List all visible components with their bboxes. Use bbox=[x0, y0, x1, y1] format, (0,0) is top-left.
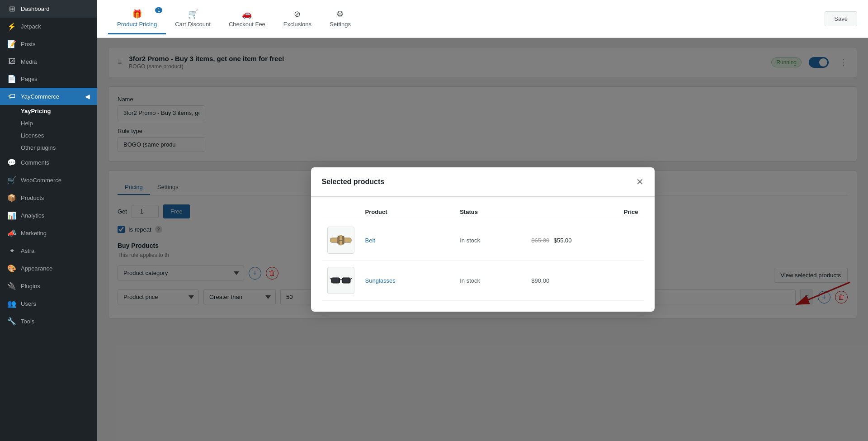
modal-header: Selected products ✕ bbox=[311, 167, 655, 197]
product-name-link[interactable]: Sunglasses bbox=[365, 277, 396, 284]
sidebar-item-woocommerce[interactable]: 🛒 WooCommerce bbox=[0, 171, 97, 189]
table-row: Belt In stock $65.00 $55.00 bbox=[322, 220, 644, 261]
marketing-icon: 📣 bbox=[7, 229, 16, 237]
product-name-cell: Belt bbox=[360, 220, 455, 261]
chevron-icon: ◀ bbox=[85, 93, 90, 100]
posts-icon: 📝 bbox=[7, 40, 16, 48]
product-status-cell: In stock bbox=[454, 220, 526, 261]
media-icon: 🖼 bbox=[7, 57, 16, 66]
product-status-cell: In stock bbox=[454, 261, 526, 301]
dashboard-icon: ⊞ bbox=[7, 5, 16, 13]
sidebar-item-yaycommerce[interactable]: 🏷 YayCommerce ◀ bbox=[0, 88, 97, 105]
tab-exclusions[interactable]: ⊘ Exclusions bbox=[274, 4, 321, 34]
sidebar-item-products[interactable]: 📦 Products bbox=[0, 189, 97, 207]
astra-icon: ✦ bbox=[7, 247, 16, 255]
product-name-link[interactable]: Belt bbox=[365, 237, 375, 244]
sidebar-sub-item-yaypricing[interactable]: YayPricing bbox=[0, 105, 97, 117]
sidebar-item-tools[interactable]: 🔧 Tools bbox=[0, 313, 97, 330]
settings-icon: ⚙ bbox=[336, 9, 344, 19]
col-product: Product bbox=[360, 204, 455, 220]
selected-products-modal: Selected products ✕ Product Status Price bbox=[311, 167, 655, 312]
sidebar-item-appearance[interactable]: 🎨 Appearance bbox=[0, 260, 97, 277]
product-pricing-icon: 🎁 bbox=[132, 9, 142, 19]
tabs-bar: 🎁 Product Pricing 1 🛒 Cart Discount 🚗 Ch… bbox=[97, 0, 868, 38]
jetpack-icon: ⚡ bbox=[7, 22, 16, 31]
sidebar-item-dashboard[interactable]: ⊞ Dashboard bbox=[0, 0, 97, 18]
modal-body: Product Status Price bbox=[311, 197, 655, 312]
col-price: Price bbox=[526, 204, 643, 220]
sidebar-item-posts[interactable]: 📝 Posts bbox=[0, 35, 97, 53]
sidebar-item-astra[interactable]: ✦ Astra bbox=[0, 242, 97, 260]
woocommerce-icon: 🛒 bbox=[7, 176, 16, 185]
tab-product-pricing[interactable]: 🎁 Product Pricing 1 bbox=[108, 4, 166, 34]
product-price-cell: $90.00 bbox=[526, 261, 643, 301]
sidebar-item-comments[interactable]: 💬 Comments bbox=[0, 154, 97, 171]
svg-rect-11 bbox=[343, 279, 349, 282]
sidebar-item-analytics[interactable]: 📊 Analytics bbox=[0, 207, 97, 224]
yaycommerce-icon: 🏷 bbox=[7, 92, 16, 100]
svg-line-9 bbox=[350, 279, 351, 280]
plugins-icon: 🔌 bbox=[7, 282, 16, 290]
sidebar-item-jetpack[interactable]: ⚡ Jetpack bbox=[0, 18, 97, 35]
content-area: ≡ 3for2 Promo - Buy 3 items, get one ite… bbox=[97, 38, 868, 441]
cart-discount-icon: 🛒 bbox=[188, 9, 198, 19]
svg-line-8 bbox=[330, 279, 331, 280]
sidebar-item-users[interactable]: 👥 Users bbox=[0, 295, 97, 313]
product-thumbnail bbox=[327, 267, 354, 294]
modal-overlay[interactable]: Selected products ✕ Product Status Price bbox=[97, 38, 868, 441]
sidebar-sub-item-licenses[interactable]: Licenses bbox=[0, 129, 97, 142]
tools-icon: 🔧 bbox=[7, 317, 16, 326]
table-row: Sunglasses In stock $90.00 bbox=[322, 261, 644, 301]
product-name-cell: Sunglasses bbox=[360, 261, 455, 301]
tab-checkout-fee[interactable]: 🚗 Checkout Fee bbox=[220, 4, 274, 34]
modal-title: Selected products bbox=[322, 178, 385, 186]
sidebar-sub-item-other-plugins[interactable]: Other plugins bbox=[0, 142, 97, 154]
pages-icon: 📄 bbox=[7, 75, 16, 83]
products-table: Product Status Price bbox=[322, 204, 644, 301]
save-button[interactable]: Save bbox=[825, 11, 857, 26]
sidebar-item-plugins[interactable]: 🔌 Plugins bbox=[0, 277, 97, 295]
comments-icon: 💬 bbox=[7, 158, 16, 167]
product-price-cell: $65.00 $55.00 bbox=[526, 220, 643, 261]
tab-settings[interactable]: ⚙ Settings bbox=[321, 4, 360, 34]
sidebar-item-marketing[interactable]: 📣 Marketing bbox=[0, 224, 97, 242]
analytics-icon: 📊 bbox=[7, 211, 16, 220]
price-original: $65.00 bbox=[531, 237, 549, 244]
sidebar: ⊞ Dashboard ⚡ Jetpack 📝 Posts 🖼 Media 📄 … bbox=[0, 0, 97, 441]
sunglasses-image bbox=[330, 274, 352, 287]
products-icon: 📦 bbox=[7, 194, 16, 202]
product-image-cell bbox=[322, 261, 360, 301]
belt-image bbox=[330, 233, 352, 247]
sidebar-item-media[interactable]: 🖼 Media bbox=[0, 53, 97, 70]
product-thumbnail bbox=[327, 227, 354, 254]
main-content: 🎁 Product Pricing 1 🛒 Cart Discount 🚗 Ch… bbox=[97, 0, 868, 441]
users-icon: 👥 bbox=[7, 299, 16, 308]
sidebar-item-pages[interactable]: 📄 Pages bbox=[0, 70, 97, 88]
sidebar-sub-item-help[interactable]: Help bbox=[0, 117, 97, 129]
checkout-fee-icon: 🚗 bbox=[242, 9, 252, 19]
exclusions-icon: ⊘ bbox=[294, 9, 301, 19]
appearance-icon: 🎨 bbox=[7, 264, 16, 273]
tab-cart-discount[interactable]: 🛒 Cart Discount bbox=[166, 4, 220, 34]
price-sale: $55.00 bbox=[554, 237, 572, 244]
col-status: Status bbox=[454, 204, 526, 220]
modal-close-button[interactable]: ✕ bbox=[636, 176, 644, 187]
svg-rect-10 bbox=[332, 279, 339, 282]
col-image bbox=[322, 204, 360, 220]
product-image-cell bbox=[322, 220, 360, 261]
